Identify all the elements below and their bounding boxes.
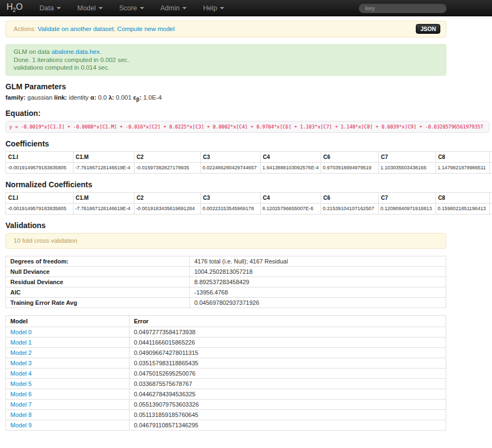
coefficient-value-clipped — [490, 162, 492, 173]
normalized-coefficients-table-wrap: C1.IC1.MC2C3C4C6C7C8-0.00191495791838358… — [5, 192, 492, 214]
column-header: Model — [6, 315, 130, 327]
coefficient-value: 1.103035503438166 — [379, 162, 436, 173]
model-link-4[interactable]: Model 4 — [10, 370, 32, 377]
error-value: 0.055139079753603326 — [130, 399, 446, 409]
model-cell: Model 5 — [6, 378, 130, 389]
table-row: Model 90.046791108571346295 — [6, 420, 446, 430]
model-link-9[interactable]: Model 9 — [10, 422, 32, 428]
column-header: C1.I — [6, 151, 73, 162]
chevron-down-icon — [182, 7, 187, 9]
column-header: C2 — [134, 192, 201, 203]
logo-text-end: O — [16, 2, 22, 11]
stat-value: -13956.4768 — [190, 287, 446, 297]
glm-parameters-line: family: gaussian link: identity α: 0.0 λ… — [5, 94, 492, 102]
column-header: C1.M — [73, 192, 134, 203]
coefficient-value: -7.761867128146619E-4 — [73, 203, 134, 214]
model-cell: Model 1 — [6, 337, 130, 347]
chevron-down-icon — [57, 7, 61, 9]
status-line-2: Done. 1 iterations computed in 0.002 sec… — [14, 56, 438, 64]
stat-label: Degrees of freedom: — [6, 256, 190, 266]
coefficient-value: 0.022486280429744657 — [201, 162, 261, 173]
key-search-input[interactable] — [358, 3, 447, 14]
model-link-7[interactable]: Model 7 — [10, 401, 32, 408]
chevron-down-icon — [140, 7, 144, 9]
column-header: C7 — [379, 192, 436, 203]
error-value: 0.035157983118865435 — [130, 358, 446, 368]
model-cell: Model 6 — [6, 389, 130, 399]
h2o-logo[interactable]: H2O — [0, 2, 32, 13]
model-link-3[interactable]: Model 3 — [10, 360, 32, 366]
coefficient-value: 8.12025796655007E-6 — [261, 203, 321, 214]
column-header: C8 — [436, 151, 490, 162]
column-header: C3 — [201, 151, 261, 162]
navbar: H2O DataModelScoreAdminHelp — [0, 0, 492, 16]
model-link-0[interactable]: Model 0 — [10, 329, 32, 335]
coefficient-value: 0.12090840971918813 — [379, 203, 436, 214]
stat-label: Training Error Rate Avg — [6, 297, 190, 308]
stat-label: Residual Deviance — [6, 277, 190, 287]
param-label: family: — [5, 94, 26, 101]
error-value: 0.04462784394536325 — [130, 389, 446, 399]
model-link-6[interactable]: Model 6 — [10, 391, 32, 397]
stat-value: 8.892537283458429 — [190, 277, 446, 287]
param-value: 0.0 — [98, 94, 107, 101]
table-row: Model 60.04462784394536325 — [6, 389, 446, 399]
coefficient-value: 0.9703918694979519 — [321, 162, 379, 173]
json-button[interactable]: JSON — [416, 24, 440, 34]
nav-item-model[interactable]: Model — [69, 0, 111, 16]
error-value: 0.04411666015865226 — [130, 337, 446, 347]
table-row: Model 70.055139079753603326 — [6, 399, 446, 409]
model-link-2[interactable]: Model 2 — [10, 349, 32, 356]
logo-text: H — [7, 2, 13, 11]
chevron-down-icon — [220, 7, 224, 9]
model-link-1[interactable]: Model 1 — [10, 339, 32, 346]
dataset-link[interactable]: abalone.data.hex — [52, 48, 100, 55]
table-row: Model 50.0336875575678767 — [6, 378, 446, 389]
coefficient-value: -0.01597382827178935 — [134, 162, 201, 173]
coefficient-value: -0.0019149579183835805 — [6, 203, 73, 214]
stat-label: Null Deviance — [6, 266, 190, 277]
nav-item-label: Data — [40, 4, 54, 12]
coefficient-value: -7.761867128146619E-4 — [73, 162, 134, 173]
status-suffix: . — [100, 48, 101, 55]
model-link-5[interactable]: Model 5 — [10, 381, 32, 387]
column-header: C2 — [134, 151, 201, 162]
model-cell: Model 9 — [6, 420, 130, 430]
param-label: εβ: — [133, 94, 142, 101]
chevron-down-icon — [99, 7, 103, 9]
coefficient-value: -0.0019183435619691284 — [134, 203, 201, 214]
param-label: λ: — [108, 94, 114, 101]
column-header: C6 — [321, 192, 379, 203]
action-link-1[interactable]: Validate on another dataset — [38, 26, 114, 32]
action-link-2[interactable]: Compute new model — [117, 26, 174, 32]
nav-item-admin[interactable]: Admin — [152, 0, 195, 16]
error-value: 0.051131859185760645 — [130, 409, 446, 420]
table-row: Model 10.04411666015865226 — [6, 337, 446, 347]
error-value: 0.0336875575678767 — [130, 378, 446, 389]
coefficient-value-clipped — [490, 203, 492, 214]
status-line-1: GLM on data abalone.data.hex. — [14, 48, 438, 56]
model-link-8[interactable]: Model 8 — [10, 412, 32, 418]
coefficients-table: C1.IC1.MC2C3C4C6C7C8-0.00191495791838358… — [5, 151, 492, 174]
validation-summary-table: Degrees of freedom:4176 total (i.e. Null… — [5, 256, 446, 308]
main-content: JSON Actions: Validate on another datase… — [0, 21, 492, 431]
coefficients-table-wrap: C1.IC1.MC2C3C4C6C7C8-0.00191495791838358… — [5, 151, 492, 174]
equation-code: y = -0.0019*x[C1.I] + -0.0008*x[C1.M] + … — [5, 121, 489, 133]
error-value: 0.046791108571346295 — [130, 420, 446, 430]
nav-item-help[interactable]: Help — [195, 0, 232, 16]
model-cell: Model 3 — [6, 358, 130, 368]
nav-item-score[interactable]: Score — [111, 0, 152, 16]
stat-value: 4176 total (i.e. Null); 4167 Residual — [190, 256, 446, 266]
cross-validation-note: 10 fold cross validation — [5, 233, 446, 249]
param-label-subscript: β — [136, 96, 139, 102]
nav-item-data[interactable]: Data — [32, 0, 69, 16]
param-value: identity — [69, 94, 88, 101]
status-alert: GLM on data abalone.data.hex. Done. 1 it… — [5, 44, 446, 76]
column-header: C4 — [261, 192, 321, 203]
equation-heading: Equation: — [5, 109, 492, 118]
coefficient-value: 1.1479821878986511 — [436, 162, 490, 173]
nav-item-label: Model — [77, 4, 96, 12]
nav-item-label: Admin — [161, 4, 180, 12]
nav-item-label: Score — [119, 4, 137, 12]
param-value: 0.001 — [116, 94, 132, 101]
